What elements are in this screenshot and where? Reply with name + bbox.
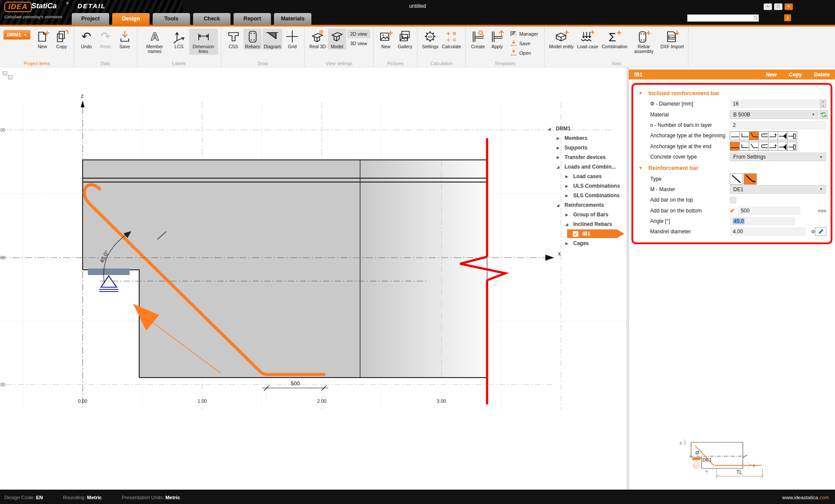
tree-item-sls-combinations[interactable]: ▶SLS Combinations <box>546 191 627 200</box>
refresh-material-button[interactable] <box>820 110 828 119</box>
ribbon-item-load-case[interactable]: Load case <box>576 29 599 50</box>
tree-item-members[interactable]: ▶Members <box>546 133 627 143</box>
checkbox-checked-icon[interactable]: ✔ <box>730 207 735 214</box>
tree-collapsed-icon[interactable]: ▶ <box>564 194 569 198</box>
ribbon-item-view-3d[interactable]: 3D view <box>347 39 370 48</box>
search-input[interactable] <box>688 15 753 21</box>
tab-report[interactable]: Report <box>234 13 271 25</box>
tree-item-uls-combinations[interactable]: ▶ULS Combinations <box>546 181 627 191</box>
tree-item-transfer-devices[interactable]: ▶Transfer devices <box>546 153 627 162</box>
ribbon-item-copy-project-item[interactable]: Copy <box>53 29 71 50</box>
maximize-button[interactable]: □ <box>774 3 782 10</box>
close-button[interactable]: × <box>785 3 793 10</box>
anchorage-option-5[interactable] <box>778 142 788 151</box>
anchorage-option-3[interactable] <box>758 131 768 140</box>
anchorage-option-4[interactable] <box>768 131 778 140</box>
ribbon-item-combination[interactable]: ΣCombination <box>601 29 629 50</box>
anchorage-option-4[interactable] <box>768 142 778 151</box>
ribbon-item-create-template[interactable]: Create <box>469 29 487 50</box>
tree-item-cages[interactable]: ▶Cages <box>546 239 627 248</box>
tree-collapsed-icon[interactable]: ▶ <box>564 175 569 179</box>
ribbon-item-dimension-lines[interactable]: Dimension lines <box>189 29 218 55</box>
anchorage-option-5[interactable] <box>778 131 788 140</box>
tree-expanded-icon[interactable]: ◢ <box>556 165 560 169</box>
tab-check[interactable]: Check <box>193 13 230 25</box>
value-field[interactable]: 500 <box>738 206 800 215</box>
bearing-plate[interactable] <box>88 269 130 275</box>
tree-item-load-cases[interactable]: ▶Load cases <box>546 172 627 181</box>
tree-item-ib1[interactable]: ✔IB1 <box>546 229 627 239</box>
tab-materials[interactable]: Materials <box>274 13 311 25</box>
ribbon-item-rebar-assembly[interactable]: Rebar assembly <box>629 29 658 55</box>
anchorage-option-1[interactable] <box>739 142 749 151</box>
anchorage-option-2[interactable] <box>749 131 759 140</box>
ribbon-item-gallery[interactable]: Gallery <box>396 29 414 50</box>
ribbon-item-calculate[interactable]: +×÷=Calculate <box>441 29 462 50</box>
ribbon-item-model-entity[interactable]: Model entity <box>548 29 575 50</box>
ribbon-item-dxf-import[interactable]: DXFDXF Import <box>659 29 685 50</box>
edit-pencil-button[interactable] <box>815 227 826 236</box>
anchorage-option-2[interactable] <box>749 142 759 151</box>
tree-collapsed-icon[interactable]: ▶ <box>564 242 569 245</box>
panel-delete-button[interactable]: Delete <box>814 72 830 78</box>
ribbon-item-model[interactable]: Model <box>328 29 346 50</box>
dropdown[interactable]: DE1▼ <box>730 185 826 194</box>
viewport-controls-icon[interactable] <box>3 71 13 80</box>
project-selector[interactable]: DRM1▼ <box>3 30 30 40</box>
ribbon-item-lcs[interactable]: LCS <box>170 29 188 50</box>
tree-item-loads-and-combin[interactable]: ◢Loads and Combin... <box>546 162 627 172</box>
collapse-triangle-icon[interactable]: ▼ <box>638 166 643 170</box>
ribbon-item-member-names[interactable]: AMember names <box>140 29 169 55</box>
anchorage-option-1[interactable] <box>739 131 749 140</box>
tree-expanded-icon[interactable]: ◢ <box>556 203 560 207</box>
minimize-button[interactable]: – <box>764 3 772 10</box>
tree-item-inclined-rebars[interactable]: ◢Inclined Rebars <box>546 219 627 229</box>
ribbon-item-view-2d[interactable]: 2D view <box>347 30 370 38</box>
ribbon-item-grid[interactable]: Grid <box>283 29 301 50</box>
tree-item-group-of-bars[interactable]: ▶Group of Bars <box>546 210 627 219</box>
ribbon-item-save[interactable]: Save <box>116 29 134 50</box>
tab-tools[interactable]: Tools <box>153 13 190 25</box>
tree-collapsed-icon[interactable]: ▶ <box>556 146 560 150</box>
ribbon-item-diagram[interactable]: Diagram <box>263 29 283 50</box>
anchorage-option-3[interactable] <box>758 142 768 151</box>
dropdown[interactable]: From Settings▼ <box>730 153 826 161</box>
tree-collapsed-icon[interactable]: ▶ <box>564 213 569 217</box>
ribbon-item-css[interactable]: CSS <box>224 29 243 50</box>
ribbon-item-picture-new[interactable]: New <box>377 29 395 50</box>
spinner-down-icon[interactable]: ▼ <box>820 104 826 109</box>
checkbox-unchecked[interactable] <box>730 197 736 203</box>
dropdown[interactable]: B 500B▼ <box>730 110 818 119</box>
panel-copy-button[interactable]: Copy <box>789 72 802 78</box>
tree-item-reinforcements[interactable]: ◢Reinforcements <box>546 200 627 210</box>
website-link[interactable]: www.ideastatica.com <box>782 495 829 500</box>
anchorage-option-6[interactable] <box>787 142 797 151</box>
tree-item-supports[interactable]: ▶Supports <box>546 143 627 153</box>
value-field[interactable]: 45.0 <box>730 217 795 225</box>
anchorage-option-0[interactable] <box>730 131 740 140</box>
value-field[interactable]: 2 <box>730 121 826 129</box>
value-field[interactable]: 16 <box>730 99 819 108</box>
ribbon-item-real-3d[interactable]: Real 3D <box>308 29 327 50</box>
collapse-triangle-icon[interactable]: ▼ <box>638 91 643 96</box>
ribbon-item-manager[interactable]: Manager <box>507 30 541 38</box>
tree-expanded-icon[interactable]: ◢ <box>564 222 569 226</box>
ribbon-item-open-template[interactable]: Open <box>507 49 541 57</box>
panel-new-button[interactable]: New <box>766 72 777 78</box>
tab-project[interactable]: Project <box>72 13 109 25</box>
ribbon-item-undo[interactable]: ↶Undo <box>77 29 96 50</box>
ribbon-item-save-template[interactable]: Save <box>507 39 541 48</box>
tree-collapsed-icon[interactable]: ▶ <box>556 156 560 159</box>
value-field[interactable]: 4.00 <box>730 227 806 236</box>
ribbon-item-apply-template[interactable]: Apply <box>488 29 506 50</box>
tree-collapsed-icon[interactable]: ▶ <box>556 136 560 140</box>
ribbon-item-rebars[interactable]: Rebars <box>244 29 262 50</box>
checkbox-checked-icon[interactable]: ✔ <box>573 231 578 237</box>
tab-design[interactable]: Design <box>112 13 150 25</box>
tree-collapsed-icon[interactable]: ▶ <box>564 184 569 188</box>
info-button[interactable]: i <box>784 14 791 21</box>
ribbon-item-new-project-item[interactable]: New <box>33 29 52 50</box>
tree-item-drm1[interactable]: ◢DRM1 <box>546 124 627 133</box>
support-icon[interactable] <box>99 276 118 292</box>
anchorage-option-0[interactable] <box>730 142 740 151</box>
